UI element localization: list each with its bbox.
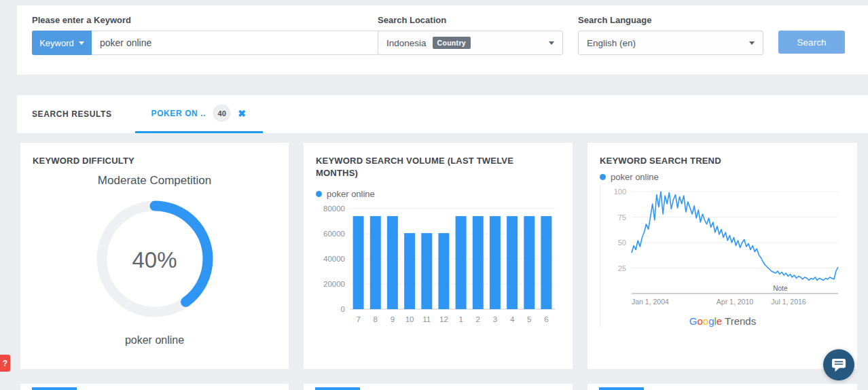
- svg-text:80000: 80000: [323, 205, 345, 213]
- chevron-down-icon: [549, 41, 554, 45]
- partial-card: [20, 384, 289, 390]
- keyword-tool-page: Please enter a Keyword Keyword Search Lo…: [0, 0, 868, 390]
- svg-text:2: 2: [476, 315, 480, 323]
- language-value: English (en): [587, 38, 636, 48]
- chart-legend: poker online: [600, 172, 845, 182]
- chevron-down-icon: [79, 41, 84, 45]
- partial-card-header: [315, 387, 360, 390]
- google-trends-logo[interactable]: Google Trends: [600, 315, 845, 327]
- trends-wordmark: Trends: [725, 315, 756, 327]
- close-tab-icon[interactable]: ✖: [238, 109, 246, 118]
- svg-text:Apr 1, 2010: Apr 1, 2010: [717, 298, 753, 306]
- chat-launcher-button[interactable]: [823, 349, 854, 380]
- legend-dot-icon: [316, 191, 322, 197]
- svg-text:6: 6: [544, 315, 548, 323]
- svg-text:Note: Note: [773, 285, 788, 292]
- svg-text:7: 7: [356, 315, 360, 323]
- search-volume-card: KEYWORD SEARCH VOLUME (LAST TWELVE MONTH…: [304, 143, 573, 369]
- keyword-type-label: Keyword: [39, 38, 74, 48]
- card-title: KEYWORD SEARCH TREND: [600, 155, 845, 167]
- results-tabs-bar: SEARCH RESULTS POKER ON .. 40 ✖: [17, 95, 868, 133]
- svg-text:8: 8: [374, 315, 378, 323]
- feedback-help-tab[interactable]: ?: [0, 355, 10, 372]
- svg-text:Jan 1, 2004: Jan 1, 2004: [632, 298, 669, 306]
- svg-text:10: 10: [405, 315, 414, 323]
- svg-text:5: 5: [527, 315, 531, 323]
- svg-text:40000: 40000: [323, 255, 345, 263]
- svg-text:0: 0: [341, 305, 345, 313]
- metric-cards-row: KEYWORD DIFFICULTY Moderate Competition …: [20, 143, 857, 369]
- difficulty-gauge: 40%: [92, 196, 218, 325]
- svg-text:4: 4: [510, 315, 515, 323]
- chart-legend: poker online: [316, 189, 560, 199]
- google-wordmark: Google: [689, 315, 722, 327]
- difficulty-level-label: Moderate Competition: [33, 174, 276, 188]
- svg-text:11: 11: [422, 315, 431, 323]
- tab-search-results[interactable]: SEARCH RESULTS: [32, 95, 126, 133]
- keyword-field-label: Please enter a Keyword: [32, 15, 131, 25]
- svg-text:50: 50: [618, 238, 626, 247]
- partial-card-header: [599, 387, 644, 390]
- google-trends-embed: 255075100Jan 1, 2004Apr 1, 2010Jul 1, 20…: [600, 185, 845, 327]
- search-button[interactable]: Search: [778, 31, 845, 54]
- language-dropdown[interactable]: English (en): [578, 31, 763, 55]
- svg-text:60000: 60000: [323, 230, 345, 238]
- keyword-input-group: Keyword: [32, 31, 380, 55]
- next-cards-row-partial: [20, 384, 857, 390]
- difficulty-percent-value: 40%: [92, 196, 218, 325]
- svg-text:1: 1: [458, 315, 463, 323]
- search-form-bar: Please enter a Keyword Keyword Search Lo…: [17, 5, 868, 75]
- legend-series-label: poker online: [611, 172, 659, 182]
- location-value: Indonesia: [386, 38, 427, 48]
- svg-text:9: 9: [391, 315, 395, 323]
- location-field-label: Search Location: [378, 15, 446, 25]
- chevron-down-icon: [749, 41, 755, 45]
- keyword-type-dropdown-button[interactable]: Keyword: [32, 31, 92, 55]
- tab-keyword-label: POKER ON ..: [151, 109, 206, 118]
- svg-text:100: 100: [614, 188, 626, 196]
- svg-text:Jul 1, 2016: Jul 1, 2016: [771, 298, 806, 306]
- legend-dot-icon: [600, 174, 606, 180]
- location-dropdown[interactable]: Indonesia Country: [378, 31, 563, 55]
- card-title: KEYWORD SEARCH VOLUME (LAST TWELVE MONTH…: [316, 155, 540, 179]
- partial-card-header: [32, 387, 77, 390]
- country-badge: Country: [433, 37, 471, 49]
- svg-text:25: 25: [618, 264, 626, 272]
- svg-text:20000: 20000: [323, 280, 345, 288]
- partial-card: [587, 384, 857, 390]
- svg-text:3: 3: [493, 315, 497, 323]
- difficulty-keyword-label: poker online: [33, 334, 276, 347]
- keyword-input[interactable]: [92, 31, 380, 55]
- chat-bubble-icon: [831, 358, 846, 372]
- trend-line-chart: 255075100Jan 1, 2004Apr 1, 2010Jul 1, 20…: [600, 185, 845, 308]
- partial-card: [304, 384, 573, 390]
- volume-bar-chart: 020000400006000080000789101112123456: [316, 202, 560, 325]
- search-trend-card: KEYWORD SEARCH TREND poker online 255075…: [587, 143, 857, 369]
- keyword-difficulty-card: KEYWORD DIFFICULTY Moderate Competition …: [20, 143, 289, 369]
- tab-keyword-poker-online[interactable]: POKER ON .. 40 ✖: [135, 95, 263, 133]
- card-title: KEYWORD DIFFICULTY: [33, 155, 276, 167]
- svg-text:12: 12: [439, 315, 448, 323]
- keyword-count-badge: 40: [213, 105, 230, 122]
- legend-series-label: poker online: [327, 189, 375, 199]
- language-field-label: Search Language: [578, 15, 651, 25]
- svg-text:75: 75: [618, 213, 626, 221]
